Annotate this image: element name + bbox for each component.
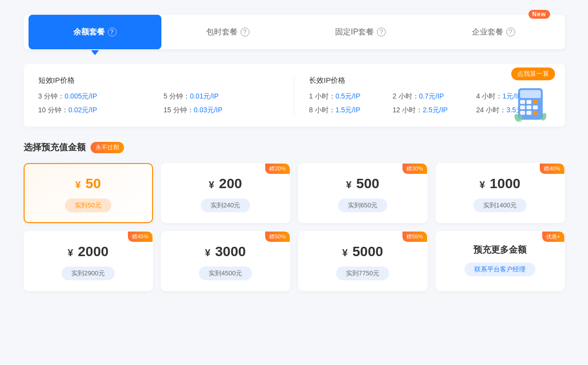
tab-guding[interactable]: 固定IP套餐 ? (294, 15, 427, 49)
tab-qiye-help[interactable]: ? (506, 28, 515, 36)
tab-yue[interactable]: 余额套餐 ? (29, 15, 161, 49)
bonus-badge-1000: 赠40% (540, 164, 564, 174)
amount-actual-500: 实到650元 (338, 199, 388, 212)
bonus-badge-3000: 赠50% (265, 232, 289, 242)
price-value: 0.02元/IP (68, 106, 97, 114)
amount-card-500[interactable]: 赠30% ¥ 500 实到650元 (298, 163, 428, 223)
price-item: 8 小时：1.5元/IP (309, 106, 383, 115)
amount-value-3000: ¥ 3000 (170, 244, 281, 260)
duration-label: 1 小时： (309, 92, 336, 100)
tab-baoshi[interactable]: 包时套餐 ? (161, 15, 294, 49)
amount-actual-1000: 实到1400元 (473, 199, 526, 212)
tab-yue-label: 余额套餐 (73, 27, 105, 37)
svg-rect-8 (520, 111, 525, 115)
svg-rect-9 (526, 111, 531, 115)
tab-guding-label: 固定IP套餐 (335, 27, 374, 37)
price-value: 0.005元/IP (64, 92, 97, 100)
amount-grid-row1: ¥ 50 实到50元 赠20% ¥ 200 实到240元 赠30% ¥ 500 … (24, 163, 565, 223)
svg-rect-2 (520, 100, 525, 104)
price-panel: 短效IP价格 3 分钟：0.005元/IP 5 分钟：0.01元/IP 10 分… (24, 64, 565, 127)
tab-bar: 余额套餐 ? 包时套餐 ? 固定IP套餐 ? New 企业套餐 ? (24, 15, 565, 49)
svg-rect-7 (533, 105, 538, 109)
bonus-badge-200: 赠20% (265, 164, 289, 174)
amount-card-1000[interactable]: 赠40% ¥ 1000 实到1400元 (435, 163, 565, 223)
price-value: 1.5元/IP (336, 106, 361, 114)
duration-label: 15 分钟： (163, 106, 193, 114)
amount-actual-50: 实到50元 (65, 199, 111, 212)
price-item: 3 分钟：0.005元/IP (38, 92, 154, 101)
youhui-badge: 优惠+ (542, 232, 564, 242)
price-item: 5 分钟：0.01元/IP (163, 92, 279, 101)
recharge-title: 选择预充值金额 (24, 141, 86, 153)
svg-rect-6 (526, 105, 531, 109)
calc-button[interactable]: 点我算一算 (511, 67, 555, 80)
amount-card-custom[interactable]: 优惠+ 预充更多金额 联系平台客户经理 (435, 231, 565, 291)
duration-label: 12 小时： (393, 106, 423, 114)
tab-baoshi-label: 包时套餐 (206, 27, 238, 37)
price-item: 2 小时：0.7元/IP (393, 92, 466, 101)
svg-rect-4 (533, 100, 538, 104)
tab-baoshi-help[interactable]: ? (241, 28, 249, 36)
duration-label: 3 分钟： (38, 92, 65, 100)
contact-text: 预充更多金额 (444, 244, 556, 256)
svg-rect-10 (533, 111, 538, 115)
amount-actual-5000: 实到7750元 (336, 266, 389, 280)
price-value: 2.5元/IP (423, 106, 448, 114)
price-item: 12 小时：2.5元/IP (393, 106, 466, 115)
tab-yue-help[interactable]: ? (108, 28, 117, 36)
amount-card-2000[interactable]: 赠45% ¥ 2000 实到2900元 (24, 231, 153, 291)
bonus-badge-5000: 赠55% (402, 232, 427, 242)
amount-actual-3000: 实到4500元 (199, 266, 252, 280)
amount-card-50[interactable]: ¥ 50 实到50元 (24, 163, 153, 223)
amount-value-500: ¥ 500 (307, 176, 419, 192)
price-value: 0.5元/IP (336, 92, 361, 100)
amount-actual-2000: 实到2900元 (62, 266, 115, 280)
amount-value-5000: ¥ 5000 (307, 244, 419, 260)
duration-label: 4 小时： (476, 92, 503, 100)
price-value: 0.03元/IP (194, 106, 222, 114)
tab-qiye-label: 企业套餐 (472, 27, 503, 37)
price-value: 0.01元/IP (190, 92, 218, 100)
short-price-section: 短效IP价格 3 分钟：0.005元/IP 5 分钟：0.01元/IP 10 分… (38, 76, 279, 115)
amount-value-50: ¥ 50 (32, 176, 144, 192)
never-expire-badge: 永不过期 (91, 142, 124, 153)
price-value: 0.7元/IP (419, 92, 444, 100)
amount-value-2000: ¥ 2000 (32, 244, 144, 260)
duration-label: 10 分钟： (38, 106, 68, 114)
bonus-badge-2000: 赠45% (128, 232, 152, 242)
calculator-icon (513, 84, 553, 124)
amount-value-200: ¥ 200 (170, 176, 281, 192)
price-item: 10 分钟：0.02元/IP (38, 106, 154, 115)
short-price-title: 短效IP价格 (38, 76, 279, 85)
svg-rect-1 (520, 90, 541, 98)
amount-card-200[interactable]: 赠20% ¥ 200 实到240元 (161, 163, 290, 223)
duration-label: 5 分钟： (163, 92, 190, 100)
short-price-grid: 3 分钟：0.005元/IP 5 分钟：0.01元/IP 10 分钟：0.02元… (38, 92, 279, 115)
recharge-header: 选择预充值金额 永不过期 (24, 141, 565, 153)
tab-guding-help[interactable]: ? (377, 28, 386, 36)
duration-label: 8 小时： (309, 106, 336, 114)
svg-rect-3 (526, 100, 531, 104)
price-item: 15 分钟：0.03元/IP (163, 106, 279, 115)
duration-label: 2 小时： (393, 92, 419, 100)
amount-actual-200: 实到240元 (201, 199, 250, 212)
tab-qiye[interactable]: New 企业套餐 ? (427, 15, 560, 49)
duration-label: 24 小时： (476, 106, 506, 114)
amount-grid-row2: 赠45% ¥ 2000 实到2900元 赠50% ¥ 3000 实到4500元 … (24, 231, 565, 291)
bonus-badge-500: 赠30% (402, 164, 427, 174)
price-item: 1 小时：0.5元/IP (309, 92, 383, 101)
new-badge: New (528, 10, 550, 19)
svg-rect-5 (520, 105, 525, 109)
amount-card-5000[interactable]: 赠55% ¥ 5000 实到7750元 (298, 231, 428, 291)
amount-card-3000[interactable]: 赠50% ¥ 3000 实到4500元 (161, 231, 290, 291)
contact-button[interactable]: 联系平台客户经理 (464, 263, 535, 276)
amount-value-1000: ¥ 1000 (444, 176, 556, 192)
calculator-area: 点我算一算 (511, 67, 555, 124)
